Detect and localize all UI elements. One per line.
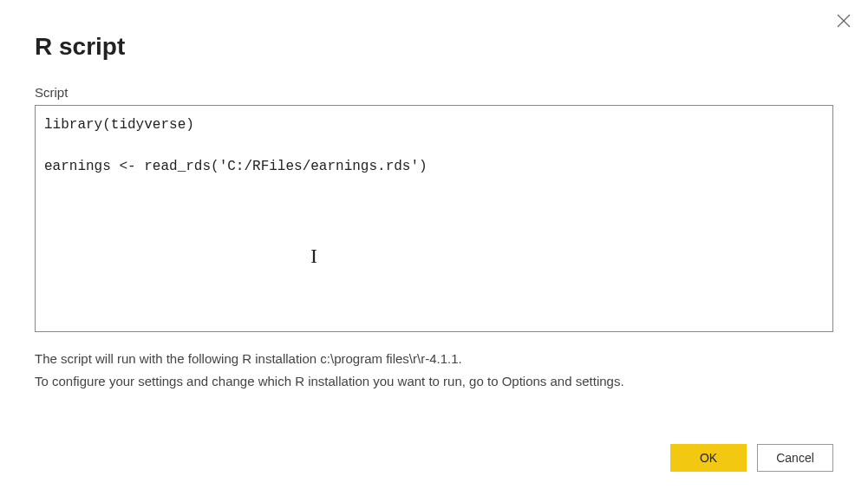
dialog-content: R script Script The script will run with… (0, 0, 868, 418)
close-icon[interactable] (835, 12, 852, 29)
button-row: OK Cancel (670, 444, 833, 472)
dialog-title: R script (35, 33, 833, 61)
info-line-1: The script will run with the following R… (35, 348, 833, 370)
ok-button[interactable]: OK (670, 444, 747, 472)
cancel-button[interactable]: Cancel (757, 444, 833, 472)
info-line-2: To configure your settings and change wh… (35, 370, 833, 393)
script-label: Script (35, 85, 833, 100)
script-input[interactable] (35, 105, 833, 332)
info-text: The script will run with the following R… (35, 348, 833, 392)
